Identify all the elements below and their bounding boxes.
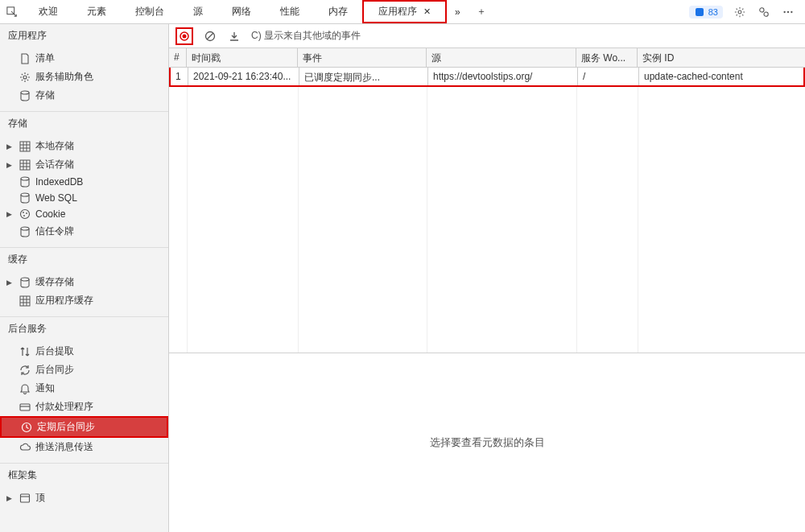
tab-label: 源 (193, 5, 203, 19)
tab-network[interactable]: 网络 (217, 0, 266, 23)
sidebar-item-app-cache[interactable]: 应用程序缓存 (0, 291, 168, 310)
chevron-right-icon[interactable]: ▶ (6, 494, 14, 502)
sidebar-item-session-storage[interactable]: ▶ 会话存储 (0, 155, 168, 174)
close-icon[interactable]: ✕ (423, 6, 431, 17)
inspect-icon[interactable] (0, 6, 24, 18)
record-button[interactable] (175, 27, 193, 45)
sidebar-item-label: 通知 (35, 381, 55, 395)
tab-application[interactable]: 应用程序 ✕ (362, 0, 447, 23)
cell-index: 1 (171, 68, 188, 85)
sidebar-item-label: 本地存储 (35, 139, 74, 153)
sidebar-item-payment[interactable]: 付款处理程序 (0, 398, 168, 416)
detail-empty-text: 选择要查看元数据的条目 (430, 435, 545, 450)
cloud-icon (19, 442, 31, 453)
sidebar-section-bg-services: 后台服务 (0, 316, 168, 340)
tab-label: 控制台 (135, 5, 164, 19)
sidebar-item-bg-fetch[interactable]: 后台提取 (0, 342, 168, 361)
toolbar-label-other-domains[interactable]: C) 显示来自其他域的事件 (251, 29, 361, 43)
sidebar-item-trust-tokens[interactable]: 信任令牌 (0, 222, 168, 241)
svg-point-25 (183, 34, 187, 38)
column-header-index[interactable]: # (169, 48, 187, 67)
manifest-icon (19, 53, 31, 64)
clear-icon[interactable] (203, 29, 217, 43)
sidebar-item-local-storage[interactable]: ▶ 本地存储 (0, 137, 168, 155)
svg-point-18 (21, 227, 29, 230)
tab-label: 内存 (328, 5, 348, 19)
svg-point-12 (21, 177, 29, 180)
sidebar-item-label: 存储 (35, 89, 55, 102)
gear-icon[interactable] (733, 5, 747, 19)
chevron-right-icon[interactable]: ▶ (6, 161, 14, 169)
detail-pane-empty: 选择要查看元数据的条目 (169, 353, 805, 532)
sidebar-item-manifest[interactable]: 清单 (0, 49, 168, 68)
sidebar-item-label: Web SQL (35, 192, 77, 204)
sidebar-item-top-frame[interactable]: ▶ 顶 (0, 489, 168, 507)
tab-console[interactable]: 控制台 (121, 0, 179, 23)
more-icon[interactable] (781, 5, 795, 19)
svg-point-14 (21, 210, 30, 219)
svg-point-19 (21, 278, 29, 281)
tab-overflow[interactable]: » (447, 0, 469, 23)
svg-point-8 (23, 76, 27, 79)
chevron-right-icon[interactable]: ▶ (6, 142, 14, 151)
sidebar-item-cache-storage[interactable]: ▶ 缓存存储 (0, 273, 168, 291)
tab-welcome[interactable]: 欢迎 (24, 0, 72, 23)
database-icon (19, 226, 31, 237)
sidebar-item-label: 定期后台同步 (37, 420, 95, 434)
download-icon[interactable] (227, 29, 242, 43)
svg-rect-20 (20, 296, 30, 306)
svg-point-7 (791, 10, 792, 12)
cell-source: https://devtoolstips.org/ (428, 68, 578, 85)
sidebar-item-storage[interactable]: 存储 (0, 86, 168, 105)
column-header-timestamp[interactable]: 时间戳 (187, 48, 298, 67)
issues-badge[interactable]: 83 (689, 6, 723, 19)
tab-sources[interactable]: 源 (179, 0, 217, 23)
sidebar-item-label: 缓存存储 (35, 275, 74, 289)
cell-instance: update-cached-content (639, 68, 803, 85)
experiments-icon[interactable] (757, 5, 771, 19)
main-toolbar: C) 显示来自其他域的事件 (169, 24, 805, 48)
column-header-service[interactable]: 服务 Wo... (576, 48, 638, 67)
sidebar-item-label: 会话存储 (35, 158, 74, 171)
table-row[interactable]: 1 2021-09-21 16:23:40... 已调度定期同步... http… (169, 68, 805, 87)
sidebar-item-label: 推送消息传送 (35, 440, 93, 454)
database-icon (19, 192, 31, 204)
sidebar-item-notifications[interactable]: 通知 (0, 379, 168, 398)
sidebar-item-indexeddb[interactable]: IndexedDB (0, 174, 168, 190)
tab-add[interactable]: ＋ (469, 0, 494, 23)
tab-label: 网络 (232, 5, 251, 19)
tab-performance[interactable]: 性能 (266, 0, 314, 23)
sidebar-section-storage: 存储 (0, 111, 168, 135)
sidebar-item-push[interactable]: 推送消息传送 (0, 438, 168, 456)
sidebar-item-label: 信任令牌 (35, 225, 74, 238)
fetch-icon (19, 346, 31, 357)
chevron-right-icon[interactable]: ▶ (6, 278, 14, 287)
sidebar-item-bg-sync[interactable]: 后台同步 (0, 361, 168, 379)
tab-label: 欢迎 (39, 5, 58, 19)
sidebar-item-label: 顶 (35, 491, 45, 505)
sidebar-item-websql[interactable]: Web SQL (0, 190, 168, 206)
column-header-instance[interactable]: 实例 ID (638, 48, 805, 67)
svg-point-4 (764, 12, 768, 16)
sidebar-item-cookies[interactable]: ▶ Cookie (0, 206, 168, 222)
grid-icon (19, 141, 31, 152)
tab-elements[interactable]: 元素 (72, 0, 121, 23)
cell-event: 已调度定期同步... (299, 68, 428, 85)
sidebar-section-cache: 缓存 (0, 247, 168, 271)
column-header-event[interactable]: 事件 (298, 48, 427, 67)
sidebar-item-label: IndexedDB (35, 176, 83, 188)
tab-memory[interactable]: 内存 (314, 0, 362, 23)
sidebar-section-frames: 框架集 (0, 463, 168, 487)
column-header-source[interactable]: 源 (427, 48, 576, 67)
cookie-icon (19, 208, 31, 220)
svg-point-15 (23, 212, 24, 213)
sidebar-item-label: 清单 (35, 52, 55, 65)
sidebar-item-service-workers[interactable]: 服务辅助角色 (0, 68, 168, 86)
cell-service: / (578, 68, 639, 85)
sidebar-item-label: 服务辅助角色 (35, 70, 93, 84)
sidebar-item-periodic-sync[interactable]: 定期后台同步 (0, 416, 168, 438)
chevron-right-icon[interactable]: ▶ (6, 210, 14, 218)
sidebar: 应用程序 清单 服务辅助角色 存储 存储 ▶ 本地存储 (0, 24, 169, 532)
svg-point-17 (23, 215, 25, 217)
svg-rect-21 (20, 404, 30, 410)
